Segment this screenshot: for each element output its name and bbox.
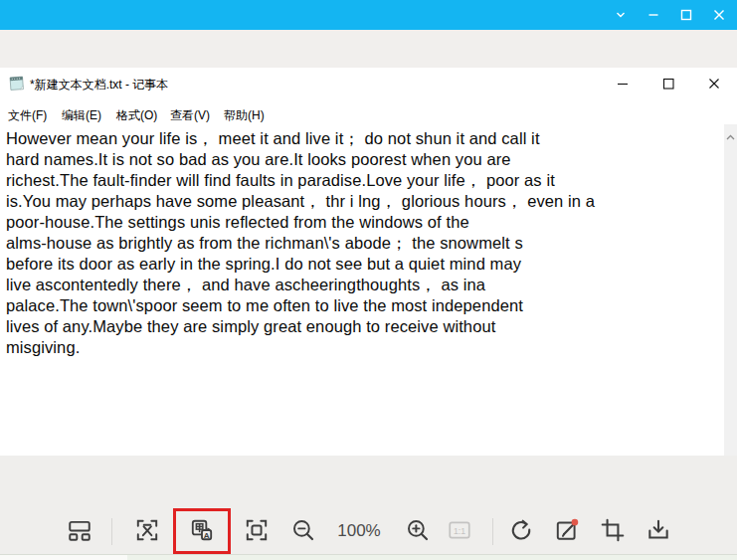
toolbar-divider bbox=[492, 518, 493, 545]
rotate-icon bbox=[508, 517, 534, 547]
menu-view[interactable]: 查看(V) bbox=[167, 106, 213, 125]
notepad-close-button[interactable] bbox=[691, 68, 737, 103]
ocr-button[interactable] bbox=[134, 519, 160, 545]
close-icon bbox=[711, 7, 727, 23]
translate-button[interactable]: A bbox=[189, 519, 215, 545]
scroll-up-icon[interactable] bbox=[725, 129, 736, 456]
ocr-icon bbox=[134, 517, 160, 547]
notepad-window: *新建文本文档.txt - 记事本 文件(F) 编辑(E) 格式(O) 查看 bbox=[0, 68, 737, 456]
rotate-button[interactable] bbox=[508, 519, 534, 545]
zoom-level-label: 100% bbox=[334, 521, 384, 541]
translate-icon: A bbox=[189, 517, 215, 547]
viewer-minimize-button[interactable] bbox=[639, 0, 668, 30]
download-icon bbox=[645, 517, 671, 547]
minimize-icon bbox=[645, 7, 661, 23]
viewer-titlebar bbox=[0, 0, 737, 30]
bottom-edge-strip bbox=[0, 554, 737, 560]
menu-format[interactable]: 格式(O) bbox=[113, 106, 160, 125]
notepad-minimize-button[interactable] bbox=[600, 68, 645, 103]
crop-icon bbox=[600, 517, 626, 547]
notepad-text-area[interactable]: However mean your life is， meet it and l… bbox=[0, 125, 724, 456]
notepad-window-title: *新建文本文档.txt - 记事本 bbox=[30, 77, 168, 93]
fit-screen-icon bbox=[244, 517, 270, 547]
one-to-one-button[interactable]: 1:1 bbox=[447, 519, 472, 545]
layout-icon bbox=[67, 517, 92, 547]
notepad-menubar: 文件(F) 编辑(E) 格式(O) 查看(V) 帮助(H) bbox=[0, 103, 737, 125]
menu-file[interactable]: 文件(F) bbox=[5, 106, 50, 125]
menu-help[interactable]: 帮助(H) bbox=[221, 106, 268, 125]
desktop-gap bbox=[0, 30, 737, 68]
minimize-icon bbox=[615, 76, 631, 95]
svg-text:1:1: 1:1 bbox=[454, 526, 465, 536]
zoom-out-icon bbox=[290, 517, 316, 547]
close-icon bbox=[706, 76, 722, 95]
notepad-maximize-button[interactable] bbox=[645, 68, 691, 103]
zoom-out-button[interactable] bbox=[290, 519, 316, 545]
viewer-close-button[interactable] bbox=[704, 0, 734, 30]
viewer-maximize-button[interactable] bbox=[671, 0, 701, 30]
notepad-titlebar[interactable]: *新建文本文档.txt - 记事本 bbox=[0, 68, 737, 103]
notepad-scrollbar[interactable] bbox=[724, 124, 737, 456]
one-to-one-icon: 1:1 bbox=[447, 517, 472, 547]
zoom-in-icon bbox=[405, 517, 431, 547]
svg-text:A: A bbox=[204, 531, 210, 540]
chevron-down-icon bbox=[613, 7, 629, 23]
notepad-app-icon bbox=[8, 74, 26, 93]
download-button[interactable] bbox=[645, 519, 671, 545]
edit-button[interactable] bbox=[554, 519, 580, 545]
edit-icon bbox=[554, 517, 580, 547]
maximize-icon bbox=[678, 7, 694, 23]
crop-button[interactable] bbox=[600, 519, 626, 545]
maximize-icon bbox=[660, 76, 676, 95]
toolbar-divider bbox=[111, 518, 112, 545]
layout-button[interactable] bbox=[67, 519, 92, 545]
zoom-in-button[interactable] bbox=[405, 519, 431, 545]
fit-screen-button[interactable] bbox=[244, 519, 270, 545]
viewer-toolbar: A 100% bbox=[0, 456, 737, 554]
viewer-collapse-button[interactable] bbox=[606, 0, 636, 30]
menu-edit[interactable]: 编辑(E) bbox=[59, 106, 104, 125]
